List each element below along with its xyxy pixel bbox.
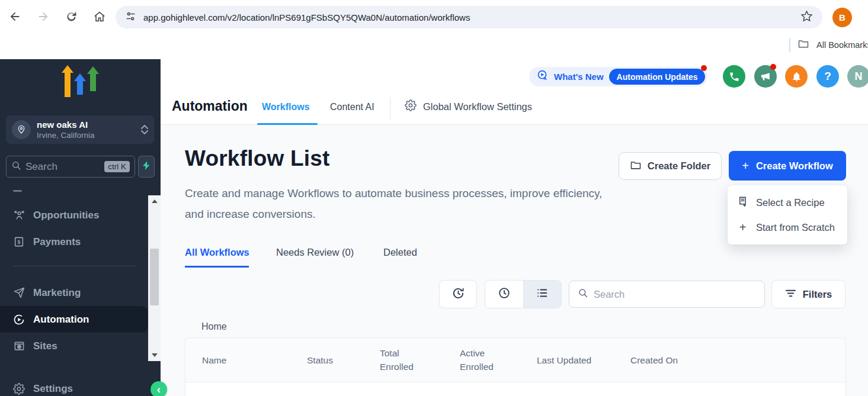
gear-icon (13, 383, 25, 395)
view-toggle (485, 280, 562, 308)
history-clock-icon (451, 286, 465, 302)
create-workflow-label: Create Workflow (756, 160, 833, 172)
header-divider (390, 97, 390, 120)
keyboard-shortcut-badge: ctrl K (104, 161, 130, 172)
main-area: Automation Workflows Content AI Global W… (161, 59, 868, 396)
sidebar-item-settings[interactable]: Settings (0, 375, 148, 396)
chevron-left-icon: ‹ (157, 384, 161, 395)
back-icon[interactable] (8, 10, 21, 23)
tab-needs-review[interactable]: Needs Review (0) (276, 247, 354, 258)
workflow-list-description: Create and manage Workflows to automate … (185, 183, 603, 224)
sidebar-item-opportunities[interactable]: Opportunities (0, 202, 148, 228)
workflow-search[interactable] (569, 281, 765, 308)
tab-deleted[interactable]: Deleted (383, 247, 417, 258)
home-icon[interactable] (93, 10, 106, 23)
filters-label: Filters (803, 289, 832, 300)
user-avatar[interactable]: N (847, 65, 868, 88)
browser-chrome: app.gohighlevel.com/v2/location/lnPS691g… (0, 0, 868, 33)
workflows-table: Name Status Total Enrolled Active Enroll… (185, 337, 846, 396)
sidebar-item-sites[interactable]: Sites (0, 333, 148, 359)
announcement-play-icon (536, 69, 549, 84)
search-icon (578, 288, 588, 301)
reload-icon[interactable] (65, 11, 78, 23)
page-title: Automation (172, 98, 248, 114)
account-location: Irvine, California (37, 130, 95, 140)
active-list-tab-underline (185, 266, 249, 268)
sites-icon (13, 340, 25, 352)
create-folder-button[interactable]: Create Folder (619, 152, 722, 180)
menu-item-start-from-scratch[interactable]: + Start from Scratch (728, 215, 847, 240)
phone-button[interactable] (723, 65, 745, 88)
table-header-row: Name Status Total Enrolled Active Enroll… (185, 338, 845, 382)
whats-new-button[interactable]: What's New Automation Updates (529, 67, 707, 86)
help-button[interactable]: ? (816, 65, 839, 88)
workflow-search-input[interactable] (594, 289, 756, 300)
global-workflow-settings-link[interactable]: Global Workflow Settings (405, 99, 532, 114)
account-switcher[interactable]: new oaks AI Irvine, California (6, 115, 154, 144)
column-header-active-enrolled: Active Enrolled (460, 338, 506, 382)
tab-content-ai[interactable]: Content AI (330, 102, 374, 112)
automation-icon (13, 314, 25, 326)
url-text[interactable]: app.gohighlevel.com/v2/location/lnPS691g… (143, 12, 470, 22)
sidebar-item-label: Payments (33, 236, 81, 248)
workflow-list-title: Workflow List (185, 146, 329, 171)
plus-icon: + (737, 221, 748, 234)
recipe-document-icon (737, 196, 748, 210)
account-name: new oaks AI (37, 119, 95, 130)
all-bookmarks-button[interactable]: All Bookmarks (816, 40, 868, 50)
notifications-button[interactable] (785, 65, 808, 88)
paper-plane-icon (13, 287, 25, 298)
sidebar-search[interactable]: ctrl K (6, 156, 135, 178)
column-header-name: Name (202, 338, 267, 382)
sidebar-item-automation[interactable]: Automation (0, 306, 148, 333)
breadcrumb-home[interactable]: Home (201, 321, 227, 332)
quick-actions-button[interactable] (138, 156, 155, 178)
menu-item-label: Start from Scratch (756, 222, 835, 233)
tab-all-workflows[interactable]: All Workflows (185, 247, 249, 258)
scroll-down-icon[interactable] (148, 350, 161, 360)
sidebar-scrollbar[interactable] (148, 195, 161, 361)
megaphone-button[interactable] (754, 65, 777, 88)
execution-logs-button[interactable] (439, 280, 477, 308)
clock-icon (498, 286, 511, 302)
create-folder-label: Create Folder (648, 160, 710, 172)
browser-profile-avatar[interactable]: B (832, 8, 852, 27)
list-icon (536, 286, 549, 302)
clipped-menu-item (13, 190, 22, 192)
folder-icon (797, 38, 809, 52)
menu-item-label: Select a Recipe (756, 197, 825, 208)
column-header-total-enrolled: Total Enrolled (380, 338, 426, 382)
list-view-button[interactable] (523, 281, 562, 308)
payments-icon: $ (13, 236, 25, 247)
sidebar-search-input[interactable] (25, 161, 104, 173)
sidebar-divider (13, 266, 135, 266)
table-row (185, 382, 845, 396)
site-info-icon[interactable] (125, 11, 136, 24)
bookmark-star-icon[interactable] (800, 10, 813, 25)
scroll-up-icon[interactable] (148, 197, 161, 206)
bookmarks-bar: All Bookmarks (0, 33, 868, 59)
notification-dot (770, 64, 776, 70)
whats-new-label: What's New (554, 72, 604, 82)
automation-updates-badge[interactable]: Automation Updates (609, 69, 706, 85)
sidebar-collapse-button[interactable]: ‹ (150, 381, 167, 396)
recent-view-button[interactable] (485, 281, 523, 308)
gear-icon (405, 99, 417, 114)
lightning-bolt-icon (143, 161, 150, 172)
folder-icon (630, 159, 642, 173)
notification-dot (701, 65, 707, 71)
url-bar[interactable]: app.gohighlevel.com/v2/location/lnPS691g… (116, 6, 822, 28)
menu-item-select-recipe[interactable]: Select a Recipe (728, 190, 847, 215)
column-header-last-updated: Last Updated (537, 338, 620, 382)
filters-button[interactable]: Filters (771, 280, 845, 308)
forward-icon[interactable] (37, 10, 50, 23)
workflow-list-page: Workflow List Create and manage Workflow… (161, 125, 868, 396)
bookmarks-divider (789, 38, 790, 52)
sidebar-item-marketing[interactable]: Marketing (0, 279, 148, 306)
create-workflow-button[interactable]: + Create Workflow (729, 151, 846, 181)
sidebar-item-label: Opportunities (33, 210, 99, 221)
tab-workflows[interactable]: Workflows (262, 102, 310, 112)
sidebar-item-payments[interactable]: $ Payments (0, 228, 148, 255)
scrollbar-thumb[interactable] (150, 249, 159, 305)
sidebar-item-label: Automation (33, 314, 89, 326)
